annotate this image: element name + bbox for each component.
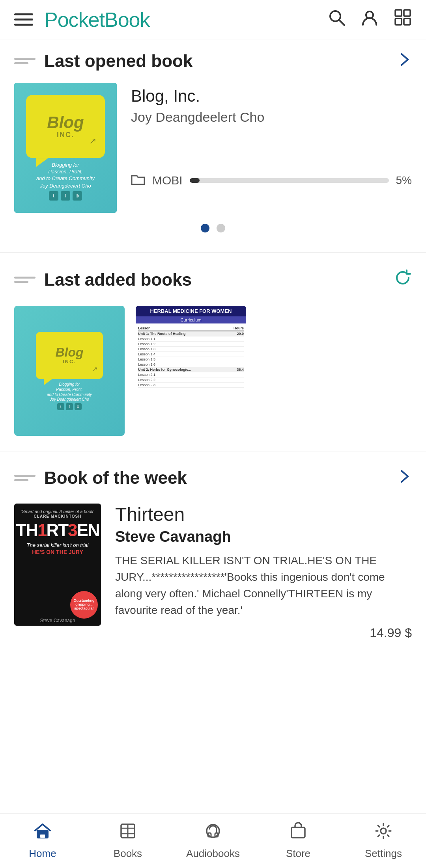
thirteen-title: Thirteen [115, 504, 412, 525]
svg-rect-11 [208, 833, 211, 837]
home-icon [34, 822, 52, 844]
nav-item-audiobooks[interactable]: Audiobooks [170, 814, 256, 868]
nav-item-store[interactable]: Store [256, 814, 341, 868]
search-icon[interactable] [327, 8, 346, 31]
last-opened-section-header: Last opened book [0, 39, 426, 75]
nav-label-audiobooks: Audiobooks [186, 848, 240, 860]
grid-icon[interactable] [394, 8, 412, 31]
svg-rect-4 [404, 10, 410, 16]
nav-label-settings: Settings [365, 848, 402, 860]
thirteen-author: Steve Cavanagh [115, 528, 412, 545]
last-opened-section: Blog INC. ↗ Blogging forPassion, Profit,… [0, 75, 426, 248]
thirteen-price: 14.99 $ [115, 626, 412, 640]
account-icon[interactable] [361, 8, 379, 31]
svg-rect-8 [40, 835, 45, 838]
book-cover-large: Blog INC. ↗ Blogging forPassion, Profit,… [14, 83, 117, 213]
section-lines-icon-2 [14, 277, 36, 283]
bottom-nav: Home Books Audiobooks [0, 813, 426, 868]
svg-point-14 [381, 828, 386, 834]
section-lines-icon [14, 58, 36, 64]
book-format: MOBI [152, 174, 183, 187]
thirteen-cover: 'Smart and original. A belter of a book'… [14, 504, 101, 626]
svg-rect-13 [291, 827, 305, 838]
progress-bar [190, 178, 389, 183]
last-added-title: Last added books [44, 270, 387, 290]
progress-pct: 5% [396, 174, 412, 187]
thirteen-card[interactable]: 'Smart and original. A belter of a book'… [14, 504, 412, 640]
store-icon [289, 822, 307, 844]
dot-1[interactable] [201, 224, 209, 232]
last-opened-book-card[interactable]: Blog INC. ↗ Blogging forPassion, Profit,… [14, 83, 412, 213]
svg-line-1 [339, 20, 344, 25]
book-of-week-section: 'Smart and original. A belter of a book'… [0, 492, 426, 652]
nav-item-home[interactable]: Home [0, 814, 85, 868]
nav-label-books: Books [114, 848, 142, 860]
settings-icon [374, 822, 392, 844]
refresh-icon[interactable] [394, 269, 412, 291]
thirteen-info: Thirteen Steve Cavanagh THE SERIAL KILLE… [115, 504, 412, 640]
audiobooks-icon [204, 822, 222, 844]
thirteen-badge: Outstandinggripping...spectacular [70, 591, 98, 619]
last-added-section-header: Last added books [0, 257, 426, 295]
nav-item-settings[interactable]: Settings [341, 814, 426, 868]
svg-rect-12 [215, 833, 218, 837]
book-thumb-herbal[interactable]: HERBAL MEDICINE FOR WOMEN Curriculum Les… [136, 306, 246, 436]
thirteen-desc: THE SERIAL KILLER ISN'T ON TRIAL.HE'S ON… [115, 552, 412, 619]
last-opened-title: Last opened book [44, 51, 390, 71]
section-lines-icon-3 [14, 475, 36, 481]
svg-rect-3 [395, 10, 402, 16]
nav-label-store: Store [286, 848, 310, 860]
folder-icon [131, 172, 145, 189]
menu-button[interactable] [14, 13, 33, 26]
book-of-week-arrow[interactable] [398, 468, 412, 487]
herbal-table: Lesson Hours Unit 1: The Roots of Healin… [136, 323, 246, 436]
book-thumb-blog[interactable]: Blog INC. ↗ Blogging forPassion, Profit,… [14, 306, 125, 436]
svg-rect-5 [395, 19, 402, 25]
book-title: Blog, Inc. [131, 87, 412, 106]
book-of-week-title: Book of the week [44, 468, 390, 488]
header: PocketBook [0, 0, 426, 39]
svg-rect-6 [404, 19, 410, 25]
book-of-week-section-header: Book of the week [0, 456, 426, 492]
header-icons [327, 8, 412, 31]
carousel-dots [14, 224, 412, 232]
book-author: Joy Deangdeelert Cho [131, 110, 412, 125]
books-grid: Blog INC. ↗ Blogging forPassion, Profit,… [14, 306, 412, 436]
last-added-section: Blog INC. ↗ Blogging forPassion, Profit,… [0, 295, 426, 448]
book-meta: MOBI 5% [131, 172, 412, 189]
svg-point-10 [207, 825, 219, 837]
last-opened-arrow[interactable] [398, 52, 412, 71]
book-info: Blog, Inc. Joy Deangdeelert Cho MOBI 5% [131, 83, 412, 189]
app-logo: PocketBook [44, 8, 327, 32]
books-icon [119, 822, 137, 844]
herbal-cover-header: HERBAL MEDICINE FOR WOMEN [136, 306, 246, 316]
herbal-cover-subheader: Curriculum [136, 316, 246, 323]
nav-label-home: Home [29, 848, 56, 860]
nav-item-books[interactable]: Books [85, 814, 170, 868]
dot-2[interactable] [217, 224, 225, 232]
